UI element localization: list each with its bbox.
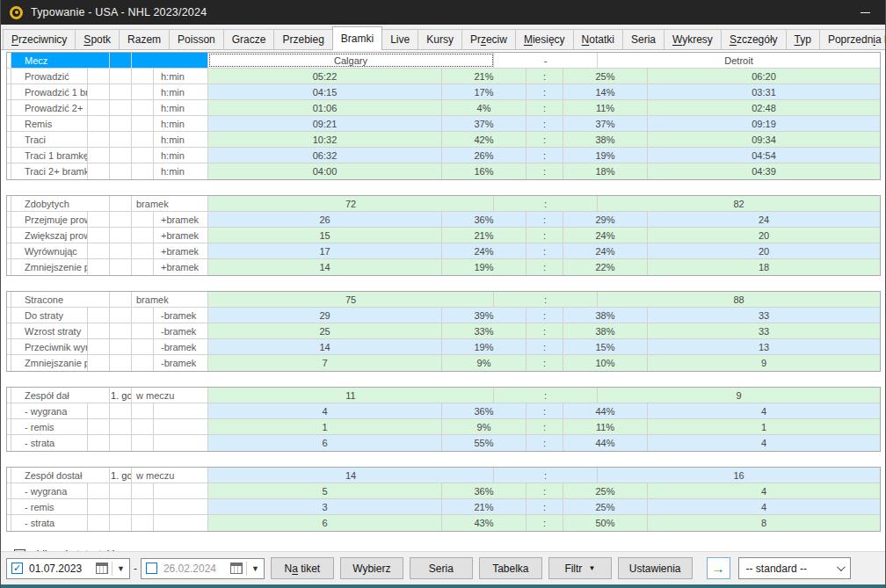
away-percent: 44% [563,403,648,418]
home-value: 17 [208,243,442,258]
home-percent: 42% [442,132,527,147]
stat-row: Traci 1 bramkęh:min06:3226%:19%04:54 [7,148,880,163]
tab-przeciwnicy[interactable]: Przeciwnicy [3,29,76,49]
tab-spotk[interactable]: Spotk [75,29,120,49]
away-value: 33 [648,308,880,323]
team-home-header[interactable]: Calgary [208,53,494,68]
cell-spacer [110,100,132,115]
away-percent: 38% [563,132,648,147]
cell-unit [154,435,208,451]
home-total-value: 11 [208,388,494,403]
away-value: 9 [648,355,880,371]
cell-separator: : [527,148,563,163]
ustawienia-button[interactable]: Ustawienia [618,557,693,579]
date-to-picker[interactable]: 26.02.2024 ▼ [141,558,265,579]
cell-separator: : [527,243,563,258]
minimize-button[interactable] [846,0,885,25]
cell-separator: : [527,323,563,338]
stat-row: - remis321%:25%4 [7,499,880,515]
home-percent: 21% [442,69,527,83]
home-percent: 36% [442,403,527,418]
na-tiket-button[interactable]: Na tiket [271,557,334,579]
apply-button[interactable]: → [707,557,730,579]
row-label: Traci 1 bramkę [11,148,88,163]
cell-unit [154,419,208,434]
seria-button[interactable]: Seria [410,557,473,579]
tab-bramki[interactable]: Bramki [332,26,382,50]
away-value: 20 [648,228,880,243]
date-from-picker[interactable]: ✓ 01.07.2023 ▼ [6,558,130,579]
home-value: 06:32 [208,148,442,163]
chevron-down-icon [837,563,846,571]
stats-panel: MeczCalgary-DetroitProwadzićh:min05:2221… [1,50,886,551]
preset-combobox-value: -- standard -- [746,563,837,575]
tab-seria[interactable]: Seria [622,29,664,49]
row-label: Zmniejszenie pr [11,259,88,275]
cell-mid [110,292,132,307]
stat-row: Prowadzićh:min05:2221%:25%06:20 [7,69,880,84]
away-percent: 44% [563,435,648,451]
stats-section: MeczCalgary-DetroitProwadzićh:min05:2221… [6,52,881,180]
away-value: 02:48 [648,100,880,115]
date-from-checkbox[interactable]: ✓ [11,563,23,574]
tab-poprzednia-kol[interactable]: Poprzednia kol [819,29,886,49]
chevron-down-icon[interactable]: ▼ [112,562,125,576]
away-value: 24 [648,212,880,227]
home-value: 5 [208,483,442,498]
calendar-icon[interactable] [96,563,108,574]
home-value: 09:21 [208,116,442,131]
tab-poisson[interactable]: Poisson [169,29,224,49]
cell-separator: : [527,308,563,323]
tab-przeciw[interactable]: Przeciw [461,29,516,49]
filtr-button[interactable]: Filtr▼ [548,557,612,579]
tab-gracze[interactable]: Gracze [223,29,275,49]
cell-unit: +bramek [154,259,208,275]
tab-strip: PrzeciwnicySpotkRazemPoissonGraczePrzebi… [1,25,886,50]
tabelka-button[interactable]: Tabelka [479,557,542,579]
tab-kursy[interactable]: Kursy [418,29,462,49]
home-value: 1 [208,419,442,434]
cell-unit: h:min [154,100,208,115]
row-label: - strata [11,435,88,451]
calendar-icon[interactable] [230,563,243,574]
tab-wykresy[interactable]: Wykresy [664,29,722,49]
home-percent: 4% [442,100,527,115]
date-to-checkbox[interactable] [146,563,157,574]
tab-live[interactable]: Live [381,29,418,49]
away-percent: 15% [563,339,648,354]
cell-spacer [132,212,154,227]
away-percent: 37% [563,116,648,131]
away-value: 4 [648,403,880,418]
chevron-down-icon[interactable]: ▼ [246,562,259,576]
tab-typ[interactable]: Typ [786,29,820,49]
home-percent: 21% [442,499,527,514]
stat-row: Traci 2+ bramkih:min04:0016%:18%04:39 [7,163,880,179]
preset-combobox[interactable]: -- standard -- [738,557,851,579]
home-percent: 36% [442,212,527,227]
row-label: Zdobytych [11,196,110,211]
tab-notatki[interactable]: Notatki [573,29,623,49]
away-value: 4 [648,499,880,514]
column-header-mecz: Mecz [11,53,110,68]
team-away-header[interactable]: Detroit [598,53,880,68]
stat-row: - wygrana536%:25%4 [7,483,880,499]
cell-spacer [132,323,154,338]
home-percent: 16% [442,163,527,179]
stats-table: MeczCalgary-DetroitProwadzićh:min05:2221… [6,52,886,532]
cell-spacer [110,163,132,179]
tab-przebieg[interactable]: Przebieg [273,29,332,49]
cell-separator: : [494,388,598,403]
stat-row: Prowadzić 1 brh:min04:1517%:14%03:31 [7,84,880,100]
home-total-value: 72 [208,196,494,211]
row-label: Do straty [11,308,88,323]
stat-row: Zmniejszanie pr-bramek79%:10%9 [7,355,880,371]
cell-separator: : [527,116,563,131]
cell-spacer [110,323,132,338]
tab-miesi-cy[interactable]: Miesięcy [515,29,574,49]
tab-szczeg-y[interactable]: Szczegóły [721,29,787,49]
cell-unit: -bramek [154,355,208,371]
cell-spacer [132,483,154,498]
tab-razem[interactable]: Razem [119,29,170,49]
wybierz-button[interactable]: Wybierz [340,557,403,579]
row-label: Zespół dostał [11,468,110,483]
